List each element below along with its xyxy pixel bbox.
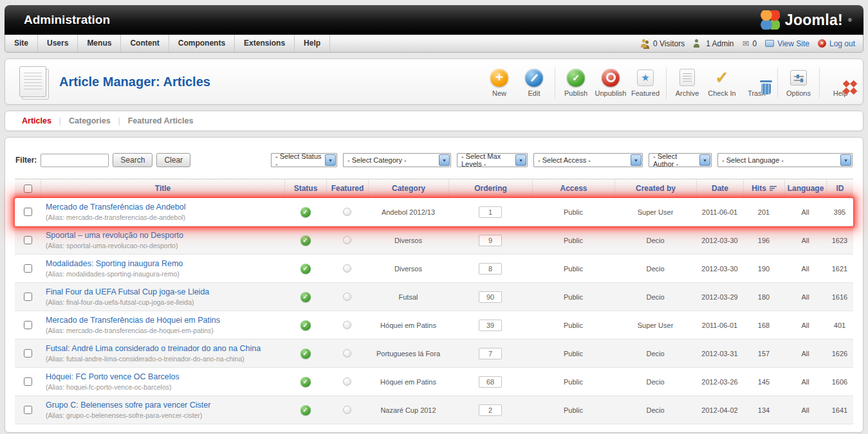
status-published-icon[interactable] (300, 207, 311, 217)
row-checkbox[interactable] (24, 349, 32, 357)
status-published-icon[interactable] (300, 348, 311, 359)
select-status[interactable]: - Select Status -▼ (271, 153, 337, 167)
toolbar-publish-button[interactable]: Publish (559, 67, 593, 100)
article-title-link[interactable]: Futsal: André Lima considerado o treinad… (46, 343, 261, 354)
menu-item-help[interactable]: Help (295, 35, 330, 52)
toolbar-options-button[interactable]: Options (781, 67, 816, 100)
select-max-levels[interactable]: - Select Max Levels -▼ (457, 153, 528, 167)
tab-featured-articles[interactable]: Featured Articles (120, 116, 201, 125)
column-header-id[interactable]: ID (826, 179, 853, 197)
ordering-input[interactable] (479, 263, 502, 275)
article-title-link[interactable]: Mercado de Transferências de Andebol (46, 202, 186, 213)
row-checkbox[interactable] (24, 264, 32, 273)
featured-cell (326, 255, 368, 282)
column-header-ordering[interactable]: Ordering (448, 179, 532, 197)
ordering-input[interactable] (479, 206, 502, 218)
articles-table: TitleStatusFeaturedCategoryOrderingAcces… (15, 179, 853, 424)
featured-toggle-icon[interactable] (343, 293, 351, 301)
ordering-input[interactable] (479, 404, 502, 416)
toolbar-new-button[interactable]: New (482, 67, 517, 100)
row-checkbox[interactable] (24, 321, 32, 329)
row-checkbox[interactable] (24, 236, 32, 244)
category-cell: Nazaré Cup 2012 (368, 396, 448, 424)
status-published-icon[interactable] (300, 377, 311, 387)
toolbar-unpublish-button[interactable]: Unpublish (593, 67, 628, 100)
tab-categories[interactable]: Categories (61, 116, 118, 125)
view-site-link[interactable]: View Site (765, 39, 809, 48)
menu-item-menus[interactable]: Menus (78, 35, 121, 52)
hits-cell: 180 (743, 283, 784, 311)
table-row: Mercado de Transferências de Andebol(Ali… (15, 198, 853, 226)
status-published-icon[interactable] (300, 405, 311, 415)
filter-label: Filter: (15, 156, 37, 165)
select-author[interactable]: - Select Author -▼ (649, 153, 712, 167)
row-checkbox[interactable] (24, 208, 32, 216)
status-cell (284, 311, 326, 339)
status-published-icon[interactable] (300, 292, 311, 302)
logout-link[interactable]: × Log out (818, 39, 855, 48)
article-title-link[interactable]: Modalidades: Sporting inaugura Remo (46, 258, 183, 269)
featured-toggle-icon[interactable] (343, 321, 351, 329)
ordering-input[interactable] (479, 235, 502, 246)
menu-item-content[interactable]: Content (121, 35, 169, 52)
menu-item-site[interactable]: Site (5, 35, 38, 52)
sort-icon (770, 186, 777, 192)
featured-toggle-icon[interactable] (343, 406, 351, 414)
column-header-status[interactable]: Status (284, 179, 326, 197)
menu-item-components[interactable]: Components (169, 35, 235, 52)
menu-item-extensions[interactable]: Extensions (235, 35, 295, 52)
status-published-icon[interactable] (300, 320, 311, 330)
select-category[interactable]: - Select Category -▼ (343, 153, 451, 167)
hits-cell: 145 (743, 368, 784, 395)
toolbar-edit-button[interactable]: Edit (517, 67, 551, 100)
article-title-link[interactable]: Final Four da UEFA Futsal Cup joga-se Ll… (46, 287, 209, 298)
toolbar-featured-button[interactable]: Featured (628, 67, 663, 100)
id-cell: 401 (826, 311, 853, 339)
row-checkbox[interactable] (24, 293, 32, 301)
toolbar-trash-button[interactable]: Trash (739, 67, 774, 100)
toolbar-check-in-button[interactable]: Check In (705, 67, 739, 100)
ordering-input[interactable] (479, 376, 502, 388)
article-manager-icon (19, 66, 46, 97)
table-row: Final Four da UEFA Futsal Cup joga-se Ll… (15, 283, 853, 311)
toolbar-archive-button[interactable]: Archive (670, 67, 705, 100)
featured-toggle-icon[interactable] (343, 264, 351, 273)
select-all-checkbox[interactable] (24, 185, 32, 193)
toolbar: NewEditPublishUnpublishFeaturedArchiveCh… (482, 64, 858, 100)
date-cell: 2012-03-29 (696, 283, 743, 311)
select-language[interactable]: - Select Language -▼ (717, 153, 853, 167)
ordering-input[interactable] (479, 291, 502, 303)
clear-button[interactable]: Clear (156, 153, 190, 167)
toolbar-help-button[interactable]: Help (823, 67, 858, 100)
featured-toggle-icon[interactable] (343, 349, 351, 357)
column-header-hits[interactable]: Hits (743, 179, 784, 197)
messages-status[interactable]: ✉ 0 (743, 39, 757, 48)
column-header-access[interactable]: Access (532, 179, 614, 197)
featured-toggle-icon[interactable] (343, 236, 351, 244)
column-header-title[interactable]: Title (41, 179, 284, 197)
column-header-featured[interactable]: Featured (326, 179, 368, 197)
article-title-link[interactable]: Hóquei: FC Porto vence OC Barcelos (46, 372, 180, 383)
status-published-icon[interactable] (300, 235, 311, 246)
article-title-link[interactable]: Spoortal – uma revolução no Desporto (46, 230, 183, 241)
row-checkbox[interactable] (24, 406, 32, 414)
search-button[interactable]: Search (113, 153, 152, 167)
column-header-category[interactable]: Category (368, 179, 448, 197)
featured-toggle-icon[interactable] (343, 208, 351, 216)
column-header-language[interactable]: Language (784, 179, 826, 197)
ordering-input[interactable] (479, 320, 502, 331)
row-checkbox[interactable] (24, 377, 32, 386)
filter-input[interactable] (41, 154, 109, 167)
column-header-date[interactable]: Date (696, 179, 743, 197)
ordering-input[interactable] (479, 348, 502, 359)
article-title-link[interactable]: Grupo C: Belenenses sofre para vencer Ci… (46, 400, 210, 411)
select-access[interactable]: - Select Access -▼ (533, 153, 643, 167)
article-title-link[interactable]: Mercado de Transferências de Hóquei em P… (46, 315, 220, 326)
menu-item-users[interactable]: Users (38, 35, 78, 52)
status-published-icon[interactable] (300, 264, 311, 274)
date-cell: 2012-03-31 (696, 339, 743, 367)
tab-articles[interactable]: Articles (14, 116, 59, 125)
column-header-created-by[interactable]: Created by (614, 179, 696, 197)
admin-title: Administration (24, 13, 110, 27)
featured-toggle-icon[interactable] (343, 377, 351, 386)
